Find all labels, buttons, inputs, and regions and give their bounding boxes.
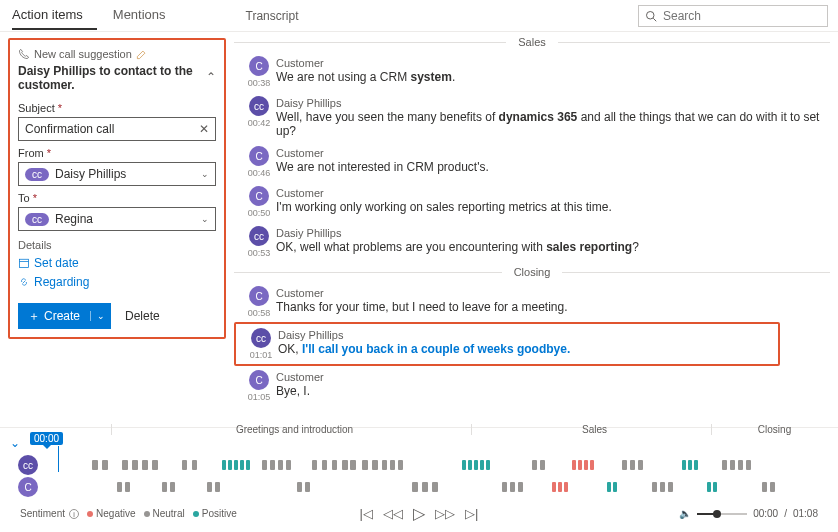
- sentiment-block: [362, 460, 368, 470]
- collapse-icon[interactable]: ⌃: [206, 70, 216, 84]
- turn-text: We are not interested in CRM product's.: [276, 160, 822, 174]
- set-date-link[interactable]: Set date: [18, 256, 216, 270]
- tab-action-items[interactable]: Action items: [12, 1, 97, 30]
- sentiment-block: [518, 482, 523, 492]
- avatar: cc: [251, 328, 271, 348]
- sentiment-block: [122, 460, 128, 470]
- transcript-heading: Transcript: [246, 9, 299, 23]
- sentiment-block: [162, 482, 167, 492]
- sentiment-block: [240, 460, 244, 470]
- volume-icon[interactable]: 🔈: [679, 508, 691, 519]
- transcript-turn[interactable]: cc00:42Daisy PhillipsWell, have you seen…: [234, 92, 830, 142]
- play-icon[interactable]: ▷: [413, 504, 425, 523]
- speaker-name: Daisy Phillips: [278, 329, 770, 341]
- to-label: To *: [18, 192, 216, 204]
- sentiment-block: [462, 460, 466, 470]
- rewind-icon[interactable]: ◁◁: [383, 506, 403, 521]
- playhead-line[interactable]: [58, 446, 59, 472]
- sentiment-block: [468, 460, 472, 470]
- skip-forward-icon[interactable]: ▷|: [465, 506, 478, 521]
- skip-back-icon[interactable]: |◁: [360, 506, 373, 521]
- sentiment-block: [372, 460, 378, 470]
- sentiment-block: [660, 482, 665, 492]
- sentiment-block: [707, 482, 711, 492]
- sentiment-block: [590, 460, 594, 470]
- from-chip: cc: [25, 168, 49, 181]
- legend-negative-dot: [87, 511, 93, 517]
- to-select[interactable]: cc Regina ⌄: [18, 207, 216, 231]
- sentiment-block: [746, 460, 751, 470]
- sentiment-block: [215, 482, 220, 492]
- transcript-turn[interactable]: cc01:01Daisy PhillipsOK, I'll call you b…: [234, 322, 780, 366]
- turn-text: Well, have you seen the many benefits of…: [276, 110, 822, 138]
- info-icon[interactable]: i: [69, 509, 79, 519]
- sentiment-block: [638, 460, 643, 470]
- transcript-turn[interactable]: C00:58CustomerThanks for your time, but …: [234, 282, 830, 322]
- playback-controls: |◁ ◁◁ ▷ ▷▷ ▷|: [360, 504, 479, 523]
- delete-link[interactable]: Delete: [125, 309, 160, 323]
- sentiment-block: [192, 460, 197, 470]
- svg-line-1: [653, 18, 656, 21]
- sentiment-block: [502, 482, 507, 492]
- from-select[interactable]: cc Daisy Phillips ⌄: [18, 162, 216, 186]
- search-input[interactable]: [663, 9, 821, 23]
- sentiment-block: [422, 482, 428, 492]
- turn-text: Thanks for your time, but I need to leav…: [276, 300, 822, 314]
- top-bar: Action items Mentions Transcript: [0, 0, 838, 32]
- avatar: C: [249, 370, 269, 390]
- transcript-turn[interactable]: C01:05CustomerBye, I.: [234, 366, 830, 406]
- avatar: C: [249, 146, 269, 166]
- speaker-name: Customer: [276, 287, 822, 299]
- sentiment-block: [332, 460, 337, 470]
- svg-rect-2: [20, 259, 29, 267]
- sentiment-block: [694, 460, 698, 470]
- collapse-timeline-icon[interactable]: ⌄: [10, 436, 20, 450]
- avatar: C: [249, 286, 269, 306]
- subject-input[interactable]: Confirmation call ✕: [18, 117, 216, 141]
- sentiment-block: [578, 460, 582, 470]
- transcript-turn[interactable]: cc00:53Dasiy PhillipsOK, well what probl…: [234, 222, 830, 262]
- sentiment-block: [412, 482, 418, 492]
- regarding-link[interactable]: Regarding: [18, 275, 216, 289]
- suggestion-description: Daisy Phillips to contact to the custome…: [18, 64, 216, 92]
- sentiment-block: [682, 460, 686, 470]
- section-sales: Sales: [234, 36, 830, 48]
- details-label: Details: [18, 239, 216, 251]
- to-chip: cc: [25, 213, 49, 226]
- chevron-down-icon[interactable]: ⌄: [201, 214, 209, 224]
- chevron-down-icon[interactable]: ⌄: [201, 169, 209, 179]
- legend-positive: Positive: [202, 508, 237, 519]
- sentiment-block: [652, 482, 657, 492]
- sentiment-block: [305, 482, 310, 492]
- sentiment-block: [222, 460, 226, 470]
- edit-icon[interactable]: [136, 49, 147, 60]
- turn-text: OK, well what problems are you encounter…: [276, 240, 822, 254]
- transcript-turn[interactable]: C00:50CustomerI'm working only working o…: [234, 182, 830, 222]
- transcript-turn[interactable]: C00:46CustomerWe are not interested in C…: [234, 142, 830, 182]
- timestamp: 00:53: [248, 248, 271, 258]
- search-box[interactable]: [638, 5, 828, 27]
- legend-neutral: Neutral: [153, 508, 185, 519]
- sentiment-block: [584, 460, 588, 470]
- sentiment-block: [152, 460, 158, 470]
- tab-mentions[interactable]: Mentions: [113, 1, 180, 30]
- to-value: Regina: [55, 212, 93, 226]
- sentiment-block: [125, 482, 130, 492]
- create-button[interactable]: ＋Create ⌄: [18, 303, 111, 329]
- speaker-name: Customer: [276, 187, 822, 199]
- legend-neutral-dot: [144, 511, 150, 517]
- sentiment-block: [510, 482, 515, 492]
- turn-text: OK, I'll call you back in a couple of we…: [278, 342, 770, 356]
- sentiment-block: [262, 460, 267, 470]
- sentiment-block: [312, 460, 317, 470]
- volume-slider[interactable]: [697, 513, 747, 515]
- create-split-icon[interactable]: ⌄: [90, 311, 111, 321]
- sentiment-block: [132, 460, 138, 470]
- speaker-name: Customer: [276, 147, 822, 159]
- clear-icon[interactable]: ✕: [199, 122, 209, 136]
- transcript-turn[interactable]: C00:38CustomerWe are not using a CRM sys…: [234, 52, 830, 92]
- timestamp: 01:01: [250, 350, 273, 360]
- from-label: From *: [18, 147, 216, 159]
- forward-icon[interactable]: ▷▷: [435, 506, 455, 521]
- sentiment-block: [286, 460, 291, 470]
